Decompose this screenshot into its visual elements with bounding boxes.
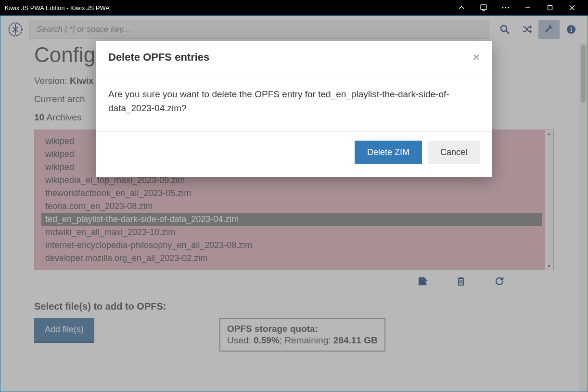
minimize-icon[interactable] bbox=[517, 0, 539, 15]
cast-icon[interactable] bbox=[473, 0, 495, 15]
svg-rect-0 bbox=[481, 5, 486, 10]
svg-point-1 bbox=[502, 7, 504, 9]
close-icon[interactable] bbox=[561, 0, 583, 15]
window-title: Kiwix JS PWA Edition - Kiwix JS PWA bbox=[5, 4, 450, 12]
modal-title: Delete OPFS entries bbox=[108, 51, 209, 64]
more-icon[interactable] bbox=[495, 0, 517, 15]
svg-rect-5 bbox=[548, 6, 552, 10]
maximize-icon[interactable] bbox=[539, 0, 561, 15]
chevron-up-icon[interactable] bbox=[450, 0, 473, 15]
modal-close-icon[interactable]: × bbox=[473, 51, 480, 64]
modal-footer: Delete ZIM Cancel bbox=[96, 132, 492, 177]
window-titlebar: Kiwix JS PWA Edition - Kiwix JS PWA bbox=[0, 0, 588, 15]
modal-body: Are you sure you want to delete the OPFS… bbox=[96, 74, 492, 132]
cancel-button[interactable]: Cancel bbox=[428, 141, 480, 164]
svg-point-2 bbox=[505, 7, 507, 9]
titlebar-controls bbox=[450, 0, 583, 15]
modal-overlay: Delete OPFS entries × Are you sure you w… bbox=[0, 16, 588, 392]
app-window: i Configuration Version: Kiwix Current a… bbox=[0, 15, 588, 392]
delete-modal: Delete OPFS entries × Are you sure you w… bbox=[96, 41, 492, 177]
modal-header: Delete OPFS entries × bbox=[96, 41, 492, 74]
svg-point-3 bbox=[508, 7, 510, 9]
delete-zim-button[interactable]: Delete ZIM bbox=[355, 141, 422, 164]
